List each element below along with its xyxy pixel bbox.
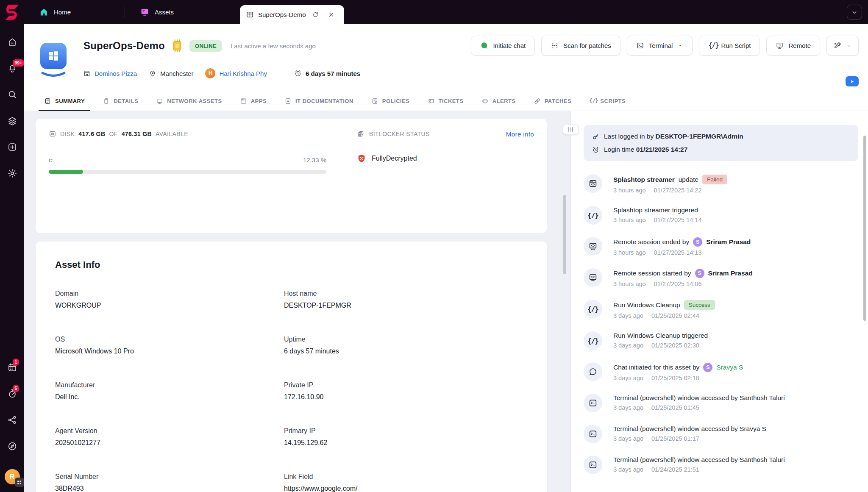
- login-time-clock-icon: [592, 146, 599, 153]
- summary-icon: [44, 97, 51, 105]
- activity-user-name[interactable]: Sravya S: [716, 364, 743, 371]
- sidebar-stopwatch-icon[interactable]: 5: [7, 389, 17, 399]
- network-assets-icon: [156, 97, 163, 105]
- asset-header: SuperOps-Demo ONLINE Last active a few s…: [24, 24, 868, 91]
- video-tour-button[interactable]: [846, 76, 859, 86]
- client-name[interactable]: Dominos Pizza: [95, 70, 137, 77]
- user-avatar[interactable]: R: [5, 469, 20, 484]
- alarm-clock-icon: [294, 69, 302, 77]
- client-link[interactable]: Dominos Pizza: [83, 69, 137, 77]
- last-login-card: Last logged in by DESKTOP-1FEPMGR\Admin …: [584, 125, 858, 161]
- tab-tickets[interactable]: TICKETS: [419, 91, 473, 111]
- run-script-button[interactable]: {/} Run Script: [699, 36, 760, 56]
- button-label: Initiate chat: [493, 42, 526, 49]
- tab-it-documentation[interactable]: IT DOCUMENTATION: [275, 91, 362, 111]
- terminal-button[interactable]: Terminal: [627, 36, 693, 56]
- topbar-home-tab[interactable]: Home: [24, 0, 125, 24]
- sidebar-home-icon[interactable]: [7, 37, 17, 47]
- sidebar-layers-icon[interactable]: [7, 116, 17, 126]
- activity-text: Run Windows Cleanup triggered: [613, 332, 708, 339]
- tab-summary[interactable]: SUMMARY: [35, 91, 94, 111]
- chat-filled-icon: [480, 42, 488, 50]
- active-asset-tab[interactable]: SuperOps-Demo: [240, 5, 344, 24]
- tab-scripts[interactable]: {/} SCRIPTS: [580, 91, 634, 111]
- activity-item: {/} Run Windows Cleanup triggered 3 days…: [584, 331, 858, 350]
- last-active-text: Last active a few seconds ago: [231, 42, 316, 50]
- sidebar-compass-icon[interactable]: [7, 441, 17, 451]
- remote-button[interactable]: Remote: [766, 36, 820, 56]
- close-tab-icon[interactable]: [328, 11, 335, 18]
- activity-time-ago: 3 days ago: [613, 375, 643, 381]
- ticket-icon: [428, 97, 435, 105]
- activity-feed: Splashtop streamer updateFailed 3 hours …: [584, 174, 858, 474]
- field-label: Private IP: [284, 381, 528, 389]
- chevron-down-icon: [851, 8, 858, 16]
- details-icon: [103, 97, 110, 105]
- device-underline-arc: [41, 72, 66, 78]
- technician-link[interactable]: H Hari Krishna Phy: [205, 68, 267, 78]
- tools-menu-button[interactable]: [826, 36, 859, 56]
- field-label: OS: [55, 336, 284, 343]
- tab-label: APPS: [251, 98, 267, 104]
- main-scrollbar[interactable]: [563, 195, 566, 274]
- tab-alerts[interactable]: ALERTS: [473, 91, 525, 111]
- sidebar-top-group: 99+: [7, 37, 17, 195]
- activity-date: 01/25/2025 01:17: [651, 435, 699, 442]
- activity-item: {/} Splashtop streamer triggered 3 hours…: [584, 206, 858, 225]
- activity-scrollbar[interactable]: [863, 136, 866, 321]
- field-label: Link Field: [284, 473, 528, 481]
- sidebar-calendar-icon[interactable]: 1: [7, 362, 17, 372]
- tab-network-assets[interactable]: NETWORK ASSETS: [147, 91, 231, 111]
- user-avatar: S: [703, 363, 712, 372]
- asset-field-domain: Domain WORKGROUP: [55, 290, 284, 309]
- chat-outline-icon: [584, 362, 602, 381]
- main-area: SuperOps-Demo ONLINE Last active a few s…: [24, 24, 868, 492]
- chevron-down-icon: [846, 43, 852, 49]
- sidebar-share-nodes-icon[interactable]: [7, 415, 17, 425]
- uptime-item: 6 days 57 minutes: [294, 69, 360, 77]
- topbar-collapse-button[interactable]: [847, 5, 862, 20]
- disk-usage-bar: [49, 170, 326, 174]
- disk-used: 417.6 GB: [78, 131, 105, 137]
- summary-column: DISK 417.6 GB OF 476.31 GB AVAILABLE c: …: [24, 111, 570, 492]
- activity-user-name: Sriram Prasad: [708, 270, 753, 277]
- activity-user-name: Sriram Prasad: [706, 238, 751, 246]
- tab-details[interactable]: DETAILS: [94, 91, 147, 111]
- button-label: Scan for patches: [563, 42, 611, 49]
- bitlocker-more-info-link[interactable]: More info: [506, 131, 534, 138]
- window-grid-icon: [246, 11, 254, 19]
- sidebar-search-icon[interactable]: [7, 89, 17, 100]
- monitor-code-icon: [584, 237, 602, 256]
- topbar-assets-tab[interactable]: Assets: [125, 0, 225, 24]
- activity-item: Terminal (powershell) window accessed by…: [584, 394, 858, 412]
- technician-avatar: H: [205, 68, 215, 78]
- activity-date: 01/24/2025 21:51: [651, 466, 699, 473]
- technician-name[interactable]: Hari Krishna Phy: [219, 70, 267, 77]
- sidebar-gear-icon[interactable]: [7, 168, 17, 178]
- store-icon: [83, 69, 91, 77]
- refresh-icon[interactable]: [312, 11, 319, 18]
- user-avatar: S: [693, 237, 702, 247]
- asset-field-manufacturer: Manufacturer Dell Inc.: [55, 381, 284, 401]
- tab-policies[interactable]: POLICIES: [362, 91, 419, 111]
- topbar-assets-label: Assets: [155, 8, 174, 16]
- activity-text: Remote session ended by: [613, 238, 689, 246]
- terminal-feed-icon: [584, 425, 602, 443]
- button-label: Run Script: [721, 42, 751, 49]
- disk-of-label: OF: [109, 131, 117, 137]
- qr-badge[interactable]: [15, 478, 24, 487]
- key-icon: [592, 133, 599, 140]
- initiate-chat-button[interactable]: Initiate chat: [471, 36, 535, 56]
- tab-label: PATCHES: [545, 98, 572, 104]
- tab-apps[interactable]: APPS: [231, 91, 275, 111]
- sidebar-bell-icon[interactable]: 99+: [7, 63, 17, 73]
- field-value: 202501021277: [55, 439, 284, 447]
- sidebar-plus-square-icon[interactable]: [7, 142, 17, 152]
- scan-for-patches-button[interactable]: Scan for patches: [541, 36, 620, 56]
- activity-date: 01/27/2025 14:14: [654, 217, 702, 223]
- tab-patches[interactable]: PATCHES: [525, 91, 581, 111]
- panel-resize-handle[interactable]: [563, 124, 579, 135]
- drive-letter: c:: [49, 156, 54, 164]
- disk-total: 476.31 GB: [122, 131, 152, 137]
- superops-logo[interactable]: [0, 4, 24, 20]
